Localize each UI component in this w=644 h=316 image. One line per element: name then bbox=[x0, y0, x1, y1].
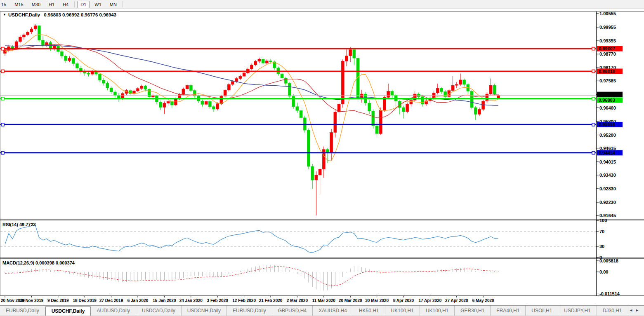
tab-gbpusd-h4[interactable]: GBPUSD,H4 bbox=[272, 306, 313, 316]
timeframe-button-15[interactable]: 15 bbox=[0, 1, 9, 8]
timeframe-button-d1[interactable]: D1 bbox=[77, 1, 90, 8]
candle bbox=[212, 107, 215, 109]
tab-uk100-h1[interactable]: UK100,H1 bbox=[420, 306, 455, 316]
tab-dj30-h1[interactable]: DJ30,H1 bbox=[597, 306, 628, 316]
svg-text:6 May 2020: 6 May 2020 bbox=[472, 298, 494, 303]
candle bbox=[379, 110, 382, 134]
candle bbox=[26, 32, 29, 35]
timeframe-button-h1[interactable]: H1 bbox=[45, 1, 58, 8]
price-badge-0.99007: 0.99007 bbox=[597, 46, 623, 51]
candle bbox=[110, 88, 113, 92]
candle bbox=[288, 83, 291, 96]
tab-hk50-h1[interactable]: HK50,H1 bbox=[353, 306, 385, 316]
timeframe-button-m30[interactable]: M30 bbox=[28, 1, 44, 8]
hline-handle[interactable] bbox=[1, 151, 4, 154]
chart-plot-area[interactable] bbox=[0, 12, 596, 219]
candle bbox=[451, 85, 454, 91]
svg-text:8 Apr 2020: 8 Apr 2020 bbox=[393, 298, 414, 303]
svg-text:27 Dec 2019: 27 Dec 2019 bbox=[99, 298, 123, 303]
hline-handle[interactable] bbox=[1, 123, 4, 126]
tab-usdjpy-h1[interactable]: USDJPY,H1 bbox=[558, 306, 597, 316]
candle bbox=[254, 61, 257, 65]
candle bbox=[159, 102, 162, 108]
svg-text:20 Mar 2020: 20 Mar 2020 bbox=[339, 298, 362, 303]
candle bbox=[42, 40, 45, 46]
rsi-panel-area[interactable] bbox=[0, 220, 596, 257]
tab-usdchf-daily[interactable]: USDCHF,Daily bbox=[45, 306, 91, 316]
hline-handle[interactable] bbox=[592, 97, 595, 100]
chart-dropdown-icon[interactable]: ▼ bbox=[3, 13, 6, 16]
macd-panel-area[interactable] bbox=[0, 259, 596, 295]
tab-audusd-daily[interactable]: AUDUSD,Daily bbox=[91, 306, 136, 316]
candle bbox=[402, 108, 405, 112]
chart-ohlc-values: 0.96803 0.96992 0.96776 0.96943 bbox=[44, 12, 116, 17]
candle bbox=[113, 92, 116, 95]
tab-usdcad-daily[interactable]: USDCAD,Daily bbox=[136, 306, 182, 316]
toolbar-separator bbox=[123, 1, 123, 7]
tab-usoil-h1[interactable]: USOil,H1 bbox=[526, 306, 558, 316]
svg-text:1.00555: 1.00555 bbox=[599, 11, 616, 16]
candle bbox=[391, 91, 394, 95]
candle bbox=[296, 107, 299, 110]
candle bbox=[148, 89, 151, 97]
tab-fra40-h1[interactable]: FRA40,H1 bbox=[491, 306, 526, 316]
svg-text:17 Apr 2020: 17 Apr 2020 bbox=[419, 298, 442, 303]
svg-text:0.95658: 0.95658 bbox=[599, 122, 615, 127]
candle bbox=[258, 59, 261, 61]
candle bbox=[375, 126, 378, 133]
timeframe-button-m15[interactable]: M15 bbox=[11, 1, 26, 8]
svg-text:0.98770: 0.98770 bbox=[599, 51, 616, 56]
svg-text:9 Dec 2019: 9 Dec 2019 bbox=[47, 298, 69, 303]
svg-text:0.92830: 0.92830 bbox=[599, 186, 616, 191]
candle bbox=[387, 91, 390, 97]
timeframe-button-h4[interactable]: H4 bbox=[59, 1, 72, 8]
candle bbox=[265, 61, 268, 63]
svg-text:0.97585: 0.97585 bbox=[599, 78, 616, 83]
hline-handle[interactable] bbox=[592, 151, 595, 154]
tab-eurusd-daily[interactable]: EURUSD,Daily bbox=[0, 306, 45, 316]
chart-canvas[interactable]: 1.005550.999550.993550.987700.981700.975… bbox=[0, 9, 644, 305]
candle bbox=[102, 80, 105, 83]
candle bbox=[383, 97, 386, 110]
candle bbox=[455, 84, 458, 85]
svg-text:0.99007: 0.99007 bbox=[599, 46, 615, 51]
svg-text:11 Mar 2020: 11 Mar 2020 bbox=[312, 298, 336, 303]
rsi-indicator-label: RSI(14) 49.7723 bbox=[2, 222, 36, 227]
svg-text:21 Feb 2020: 21 Feb 2020 bbox=[259, 298, 283, 303]
hline-handle[interactable] bbox=[592, 47, 595, 50]
hline-handle[interactable] bbox=[592, 123, 595, 126]
candle bbox=[144, 86, 147, 89]
price-badge-0.96803: 0.96803 bbox=[597, 97, 623, 103]
svg-text:0.00: 0.00 bbox=[599, 269, 608, 274]
timeframe-button-mn[interactable]: MN bbox=[106, 1, 120, 8]
svg-text:0.91645: 0.91645 bbox=[599, 213, 616, 218]
tab-eurusd-daily[interactable]: EURUSD,Daily bbox=[227, 306, 272, 316]
svg-text:18 Dec 2019: 18 Dec 2019 bbox=[73, 298, 97, 303]
candle bbox=[330, 133, 333, 153]
candle bbox=[167, 101, 170, 103]
candle bbox=[75, 63, 78, 68]
hline-handle[interactable] bbox=[1, 97, 4, 100]
candle bbox=[292, 96, 295, 107]
candle bbox=[353, 50, 356, 58]
timeframe-toolbar: 15M15M30H1H4D1W1MN bbox=[0, 0, 644, 9]
hline-handle[interactable] bbox=[1, 70, 4, 73]
svg-text:0.99955: 0.99955 bbox=[599, 25, 616, 30]
candle bbox=[421, 97, 424, 104]
tab-uk100-h1[interactable]: UK100,H1 bbox=[385, 306, 420, 316]
svg-text:100: 100 bbox=[599, 218, 607, 223]
tab-ger30-h1[interactable]: GER30,H1 bbox=[455, 306, 491, 316]
candle bbox=[368, 103, 371, 111]
tabs-scroll-left-icon[interactable]: ◄ bbox=[629, 308, 635, 312]
timeframe-button-w1[interactable]: W1 bbox=[91, 1, 105, 8]
tabs-scroll-right-icon[interactable]: ► bbox=[635, 308, 642, 312]
tab-usdcnh-daily[interactable]: USDCNH,Daily bbox=[182, 306, 227, 316]
macd-indicator-label: MACD(12,26,9) 0.000398 0.000374 bbox=[2, 260, 75, 265]
chart-title: ▼USDCHF,Daily0.96803 0.96992 0.96776 0.9… bbox=[3, 12, 116, 17]
hline-handle[interactable] bbox=[592, 70, 595, 73]
tab-xauusd-h4[interactable]: XAUUSD,H4 bbox=[313, 306, 353, 316]
candle bbox=[38, 26, 40, 40]
candle bbox=[137, 89, 139, 91]
hline-handle[interactable] bbox=[1, 47, 4, 50]
candle bbox=[216, 104, 219, 109]
